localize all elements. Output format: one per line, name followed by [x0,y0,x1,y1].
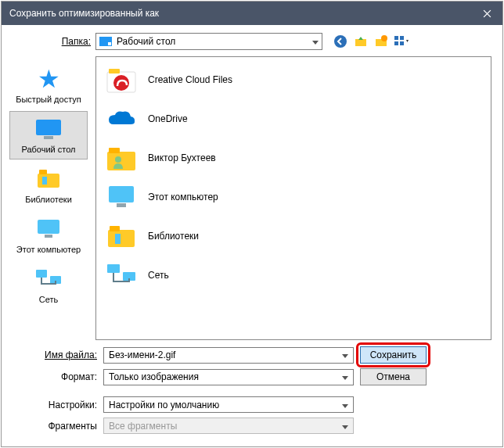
save-dialog: Сохранить оптимизированный как Папка: Ра… [1,1,503,447]
svg-rect-1 [355,39,366,46]
sidebar: ★ Быстрый доступ Рабочий стол Библиотеки [2,56,95,343]
cancel-button[interactable]: Отмена [360,368,427,385]
fragments-dropdown: Все фрагменты [103,418,354,434]
chevron-down-icon [342,371,348,382]
list-item-label: Библиотеки [148,231,199,242]
close-icon [483,9,491,18]
chevron-down-icon [342,421,348,432]
titlebar: Сохранить оптимизированный как [2,2,502,25]
back-button[interactable] [332,33,349,50]
sidebar-item-label: Библиотеки [25,195,72,204]
sidebar-item-label: Этот компьютер [16,245,81,254]
computer-icon [34,217,63,242]
save-button[interactable]: Сохранить [360,346,427,364]
svg-rect-25 [108,230,135,247]
list-item-label: Этот компьютер [148,192,218,202]
chevron-down-icon [312,36,319,47]
svg-rect-5 [400,36,404,40]
filename-input[interactable]: Без-имени-2.gif [103,347,354,364]
sidebar-item-label: Быстрый доступ [16,95,81,104]
svg-rect-18 [109,69,120,73]
svg-rect-15 [36,270,47,278]
svg-rect-27 [115,234,121,244]
settings-dropdown[interactable]: Настройки по умолчанию [103,396,354,413]
svg-rect-9 [44,136,53,139]
window-title: Сохранить оптимизированный как [9,8,471,19]
folder-dropdown-text: Рабочий стол [117,36,175,47]
libraries-icon [104,220,139,252]
view-icon [394,34,409,48]
chevron-down-icon [342,400,348,410]
svg-rect-4 [394,36,398,40]
filename-label: Имя файла: [13,349,97,360]
svg-rect-21 [109,148,120,153]
sidebar-item-quick-access[interactable]: ★ Быстрый доступ [9,61,88,109]
filename-value: Без-имени-2.gif [109,349,175,360]
user-folder-icon [104,142,139,174]
svg-point-22 [115,156,121,163]
svg-point-3 [381,35,387,41]
svg-rect-7 [400,41,404,45]
list-item-label: OneDrive [148,113,188,124]
fragments-label: Фрагменты [13,421,97,432]
onedrive-icon [104,103,139,134]
desktop-icon [34,116,63,142]
list-item[interactable]: Виктор Бухтеев [104,138,483,177]
svg-rect-13 [38,220,59,234]
folder-toolbar: Папка: Рабочий стол [2,25,502,56]
chevron-down-icon [342,349,348,360]
list-item-label: Creative Cloud Files [148,74,232,85]
computer-icon [104,181,139,213]
svg-rect-26 [110,226,120,231]
sidebar-item-network[interactable]: Сеть [9,261,88,310]
fragments-value: Все фрагменты [109,421,177,432]
libraries-icon [34,167,63,192]
svg-rect-23 [109,186,134,202]
desktop-icon [99,37,112,46]
svg-rect-28 [107,264,120,273]
svg-rect-11 [39,170,47,174]
svg-rect-24 [117,203,126,207]
svg-rect-8 [36,120,61,135]
back-icon [333,34,347,48]
new-folder-button[interactable] [373,33,390,50]
format-dropdown[interactable]: Только изображения [103,369,354,385]
sidebar-item-desktop[interactable]: Рабочий стол [9,111,88,159]
list-item[interactable]: Библиотеки [104,217,483,256]
toolbar-icons [332,33,410,50]
list-item[interactable]: Сеть [104,256,483,295]
folder-up-icon [354,34,368,48]
svg-point-0 [334,35,347,48]
settings-value: Настройки по умолчанию [109,400,219,410]
close-button[interactable] [471,2,502,25]
star-icon: ★ [34,66,63,91]
view-menu-button[interactable] [393,33,410,50]
folder-dropdown[interactable]: Рабочий стол [95,33,322,50]
svg-rect-10 [38,174,59,188]
bottom-panel: Имя файла: Без-имени-2.gif Сохранить Фор… [2,343,502,446]
list-item-label: Сеть [148,270,169,281]
sidebar-item-libraries[interactable]: Библиотеки [9,161,88,210]
list-item[interactable]: Creative Cloud Files [104,60,483,99]
body-area: ★ Быстрый доступ Рабочий стол Библиотеки [2,56,502,343]
svg-rect-14 [45,235,52,238]
sidebar-item-this-pc[interactable]: Этот компьютер [9,211,88,260]
settings-label: Настройки: [13,400,97,410]
save-button-highlight: Сохранить [356,342,430,367]
sidebar-item-label: Рабочий стол [21,145,75,154]
creative-cloud-icon [104,64,139,95]
up-button[interactable] [352,33,369,50]
format-label: Формат: [13,371,97,382]
list-item[interactable]: OneDrive [104,99,483,138]
format-value: Только изображения [109,371,199,382]
sidebar-item-label: Сеть [39,295,58,304]
network-icon [34,267,63,292]
svg-rect-6 [394,41,398,45]
svg-rect-12 [42,177,47,185]
folder-label: Папка: [13,36,91,47]
file-list[interactable]: Creative Cloud Files OneDrive Виктор Бух… [95,56,491,340]
list-item-label: Виктор Бухтеев [148,152,216,163]
list-item[interactable]: Этот компьютер [104,177,483,217]
network-icon [104,260,139,291]
new-folder-icon [374,34,388,48]
